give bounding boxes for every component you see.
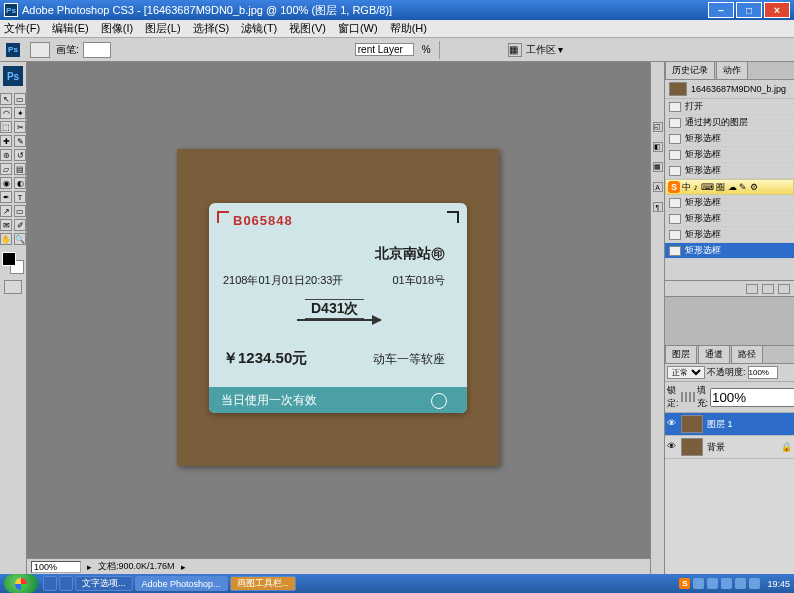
tab-actions[interactable]: 动作 <box>716 61 748 79</box>
hand-tool[interactable]: ✋ <box>0 233 12 245</box>
menu-window[interactable]: 窗口(W) <box>338 21 378 36</box>
stamp-tool[interactable]: ⊛ <box>0 149 12 161</box>
sogou-ime-bar[interactable]: S 中 ♪ ⌨ 圈 ☁ ✎ ⚙ <box>665 179 794 195</box>
ticket-seat: 动车一等软座 <box>373 351 445 368</box>
maximize-button[interactable]: □ <box>736 2 762 18</box>
tool-preset-icon[interactable] <box>30 42 50 58</box>
new-doc-button[interactable] <box>762 284 774 294</box>
sample-layers-select[interactable]: rent Layer <box>355 43 414 56</box>
history-item[interactable]: 矩形选框 <box>665 227 794 243</box>
brush-preview[interactable] <box>83 42 111 58</box>
clock[interactable]: 19:45 <box>767 579 790 589</box>
quickmask-button[interactable] <box>4 280 22 294</box>
tab-paths[interactable]: 路径 <box>731 345 763 363</box>
layers-tabs: 图层 通道 路径 <box>665 346 794 364</box>
history-source[interactable]: 16463687M9DN0_b.jpg <box>665 80 794 99</box>
history-item[interactable]: 打开 <box>665 99 794 115</box>
eyedropper-tool[interactable]: ✐ <box>14 219 26 231</box>
toolbox: Ps ↖▭ ◠✦ ⬚✂ ✚✎ ⊛↺ ▱▤ ◉◐ ✒T ↗▭ ✉✐ ✋🔍 <box>0 62 27 574</box>
tray-icon[interactable] <box>749 578 760 589</box>
color-swatches[interactable] <box>2 252 24 274</box>
styles-icon[interactable]: A <box>653 182 663 192</box>
tray-icon[interactable] <box>721 578 732 589</box>
brush-tool[interactable]: ✎ <box>14 135 26 147</box>
crop-tool[interactable]: ⬚ <box>0 121 12 133</box>
layer-row[interactable]: 👁背景🔒 <box>665 436 794 459</box>
document-canvas[interactable]: B065848 北京南站㊞ 2108年01月01日20:33开 01车018号 … <box>177 149 499 466</box>
foreground-swatch[interactable] <box>2 252 16 266</box>
menu-layer[interactable]: 图层(L) <box>145 21 180 36</box>
history-item[interactable]: 矩形选框 <box>665 243 794 259</box>
lock-all-icon[interactable] <box>693 392 695 402</box>
tray-icon[interactable] <box>735 578 746 589</box>
zoom-field[interactable]: 100% <box>31 561 81 573</box>
fill-input[interactable] <box>710 388 794 407</box>
notes-tool[interactable]: ✉ <box>0 219 12 231</box>
ticket-image: B065848 北京南站㊞ 2108年01月01日20:33开 01车018号 … <box>209 203 467 413</box>
heal-tool[interactable]: ✚ <box>0 135 12 147</box>
history-brush-tool[interactable]: ↺ <box>14 149 26 161</box>
zoom-tool[interactable]: 🔍 <box>14 233 26 245</box>
navigator-icon[interactable]: ◱ <box>653 122 663 132</box>
delete-state-button[interactable] <box>778 284 790 294</box>
tray-icon[interactable] <box>707 578 718 589</box>
blend-mode-select[interactable]: 正常 <box>667 366 705 379</box>
tab-layers[interactable]: 图层 <box>665 345 697 363</box>
tab-channels[interactable]: 通道 <box>698 345 730 363</box>
type-tool[interactable]: T <box>14 191 26 203</box>
menu-view[interactable]: 视图(V) <box>289 21 326 36</box>
workspace-icon[interactable]: ▦ <box>508 43 522 57</box>
tray-sogou-icon[interactable]: S <box>679 578 690 589</box>
opacity-input[interactable] <box>748 366 778 379</box>
close-button[interactable]: × <box>764 2 790 18</box>
marquee-tool[interactable]: ▭ <box>14 93 26 105</box>
tray-icon[interactable] <box>693 578 704 589</box>
blur-tool[interactable]: ◉ <box>0 177 12 189</box>
lock-trans-icon[interactable] <box>681 392 683 402</box>
pen-tool[interactable]: ✒ <box>0 191 12 203</box>
minimize-button[interactable]: – <box>708 2 734 18</box>
menu-filter[interactable]: 滤镜(T) <box>241 21 277 36</box>
color-icon[interactable]: ◧ <box>653 142 663 152</box>
dodge-tool[interactable]: ◐ <box>14 177 26 189</box>
history-item[interactable]: 矩形选框 <box>665 147 794 163</box>
visibility-icon[interactable]: 👁 <box>667 441 679 453</box>
wand-tool[interactable]: ✦ <box>14 107 26 119</box>
shape-tool[interactable]: ▭ <box>14 205 26 217</box>
visibility-icon[interactable]: 👁 <box>667 418 679 430</box>
taskbar-item[interactable]: Adobe Photoshop... <box>135 576 228 591</box>
menu-select[interactable]: 选择(S) <box>193 21 230 36</box>
history-item[interactable]: 矩形选框 <box>665 211 794 227</box>
taskbar-item[interactable]: 文字选项... <box>75 576 133 591</box>
history-item[interactable]: 矩形选框 <box>665 131 794 147</box>
taskbar-item[interactable]: 画图工具栏... <box>230 576 297 591</box>
history-item[interactable]: 矩形选框 <box>665 195 794 211</box>
new-snapshot-button[interactable] <box>746 284 758 294</box>
history-item[interactable]: 通过拷贝的图层 <box>665 115 794 131</box>
character-icon[interactable]: ¶ <box>653 202 663 212</box>
lock-pos-icon[interactable] <box>689 392 691 402</box>
swatches-icon[interactable]: ▦ <box>653 162 663 172</box>
lasso-tool[interactable]: ◠ <box>0 107 12 119</box>
status-menu-icon[interactable]: ▸ <box>181 562 186 572</box>
path-tool[interactable]: ↗ <box>0 205 12 217</box>
slice-tool[interactable]: ✂ <box>14 121 26 133</box>
taskbar-item[interactable] <box>59 576 73 591</box>
history-item[interactable]: 矩形选框 <box>665 163 794 179</box>
arrow-right-icon[interactable]: ▸ <box>87 562 92 572</box>
menu-file[interactable]: 文件(F) <box>4 21 40 36</box>
start-button[interactable] <box>4 574 38 593</box>
menu-bar: 文件(F) 编辑(E) 图像(I) 图层(L) 选择(S) 滤镜(T) 视图(V… <box>0 20 794 38</box>
menu-edit[interactable]: 编辑(E) <box>52 21 89 36</box>
workspace-menu[interactable]: 工作区 ▾ <box>526 43 564 57</box>
gradient-tool[interactable]: ▤ <box>14 163 26 175</box>
layer-thumb-icon <box>681 415 703 433</box>
tab-history[interactable]: 历史记录 <box>665 61 715 79</box>
layer-row[interactable]: 👁图层 1 <box>665 413 794 436</box>
menu-help[interactable]: 帮助(H) <box>390 21 427 36</box>
menu-image[interactable]: 图像(I) <box>101 21 133 36</box>
eraser-tool[interactable]: ▱ <box>0 163 12 175</box>
taskbar-item[interactable] <box>43 576 57 591</box>
lock-pixels-icon[interactable] <box>685 392 687 402</box>
move-tool[interactable]: ↖ <box>0 93 12 105</box>
